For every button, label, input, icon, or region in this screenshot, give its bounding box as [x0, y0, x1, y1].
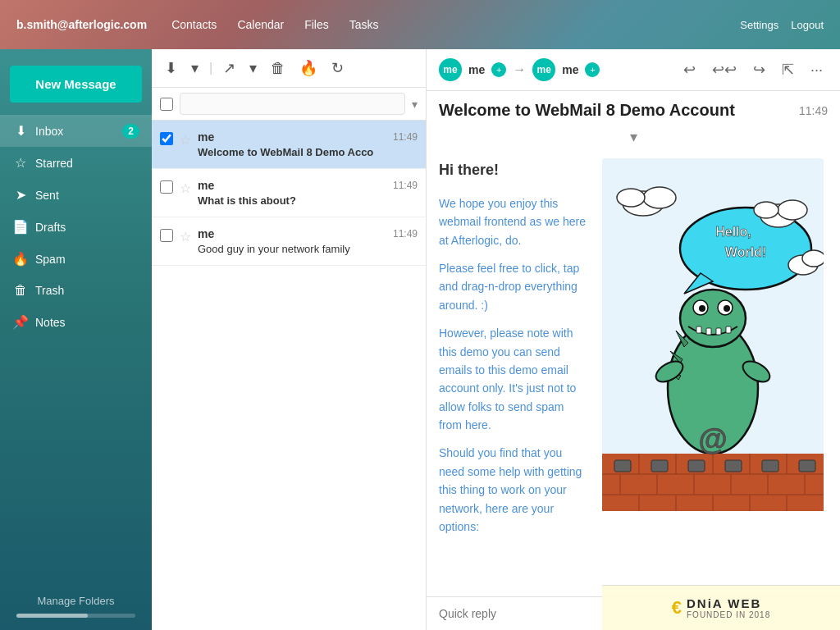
sidebar-item-drafts[interactable]: 📄 Drafts [0, 211, 152, 243]
user-email: b.smith@afterlogic.com [16, 18, 147, 31]
email-from-1: me [198, 130, 214, 144]
expand-button[interactable]: ▾ [427, 124, 840, 150]
email-list-panel: ⬇ ▾ | ↗ ▾ 🗑 🔥 ↻ ▾ [152, 49, 427, 630]
email-para-2: Please feel free to click, tap and drag-… [439, 259, 586, 314]
email-from-2: me [198, 179, 214, 192]
refresh-icon: ↻ [331, 59, 344, 77]
sidebar-label-inbox: Inbox [35, 125, 116, 138]
email-body: Hi there! We hope you enjoy this webmail… [427, 150, 840, 596]
email-time-1: 11:49 [393, 131, 418, 143]
contacts-link[interactable]: Contacts [171, 18, 217, 31]
tasks-link[interactable]: Tasks [349, 18, 379, 31]
sidebar-scrollbar[interactable] [16, 614, 135, 618]
email-content-3: me 11:49 Good guy in your network family [198, 227, 418, 255]
download-button[interactable]: ⬇ [160, 56, 182, 80]
email-para-4: Should you find that you need some help … [439, 444, 586, 536]
manage-folders-link[interactable]: Manage Folders [12, 595, 139, 607]
forward-email-button[interactable]: ↪ [748, 57, 770, 82]
email-star-1[interactable]: ☆ [180, 132, 191, 148]
search-input[interactable] [180, 93, 405, 115]
dropdown-arrow-button[interactable]: ▾ [186, 56, 203, 80]
email-view-header: me me + → me me + ↩ ↩↩ ↪ ⇱ [427, 49, 840, 91]
open-external-button[interactable]: ⇱ [777, 57, 799, 82]
sidebar-item-trash[interactable]: 🗑 Trash [0, 275, 152, 306]
email-from-3: me [198, 227, 214, 240]
notes-icon: 📌 [12, 314, 29, 330]
select-all-checkbox[interactable] [160, 98, 173, 111]
recipient-name: me [562, 63, 578, 76]
delete-button[interactable]: 🗑 [266, 57, 290, 80]
chevron-down-icon: ▾ [191, 59, 199, 77]
files-link[interactable]: Files [304, 18, 329, 31]
forward-dropdown-button[interactable]: ▾ [244, 56, 262, 80]
email-view-subject: Welcome to WebMail 8 Demo Account [439, 101, 735, 120]
email-item-2[interactable]: ☆ me 11:49 What is this about? [152, 169, 426, 217]
email-check-1[interactable] [160, 132, 173, 145]
svg-rect-52 [762, 460, 778, 472]
email-time-3: 11:49 [393, 228, 418, 240]
email-star-3[interactable]: ☆ [180, 229, 191, 244]
logout-link[interactable]: Logout [791, 19, 824, 31]
reply-button[interactable]: ↩ [678, 57, 701, 82]
calendar-link[interactable]: Calendar [237, 18, 284, 31]
drafts-icon: 📄 [12, 219, 29, 235]
email-greeting: Hi there! [439, 158, 586, 182]
spam-button[interactable]: 🔥 [294, 56, 322, 80]
chevron-down-icon-3: ▾ [630, 129, 637, 145]
svg-point-12 [802, 250, 824, 267]
email-from-row-3: me 11:49 [198, 227, 418, 240]
svg-point-7 [617, 189, 645, 207]
download-icon: ⬇ [165, 59, 177, 77]
svg-rect-25 [726, 326, 731, 333]
svg-point-21 [724, 305, 730, 312]
email-body-text: Hi there! We hope you enjoy this webmail… [439, 158, 586, 588]
add-sender-icon[interactable]: + [491, 62, 506, 77]
sidebar-item-spam[interactable]: 🔥 Spam [0, 243, 152, 275]
search-dropdown-button[interactable]: ▾ [412, 98, 418, 111]
sender-avatar: me [439, 58, 462, 81]
svg-text:@: @ [698, 422, 727, 456]
email-check-3[interactable] [160, 229, 173, 242]
sidebar-item-starred[interactable]: ☆ Starred [0, 147, 152, 179]
chevron-down-icon-2: ▾ [249, 59, 257, 77]
sidebar-item-inbox[interactable]: ⬇ Inbox 2 [0, 115, 152, 147]
sidebar-item-notes[interactable]: 📌 Notes [0, 306, 152, 338]
sidebar-label-starred: Starred [35, 157, 139, 170]
watermark-brand: DNiA WEB [687, 596, 761, 610]
add-recipient-icon[interactable]: + [585, 62, 600, 77]
svg-point-20 [699, 305, 705, 312]
sidebar-label-trash: Trash [35, 284, 139, 297]
email-content-1: me 11:49 Welcome to WebMail 8 Demo Acco [198, 130, 418, 158]
email-list-toolbar: ⬇ ▾ | ↗ ▾ 🗑 🔥 ↻ [152, 49, 426, 88]
email-check-2[interactable] [160, 180, 173, 194]
email-item-3[interactable]: ☆ me 11:49 Good guy in your network fami… [152, 217, 426, 266]
inbox-icon: ⬇ [12, 123, 29, 139]
email-star-2[interactable]: ☆ [180, 180, 191, 196]
sidebar-item-sent[interactable]: ➤ Sent [0, 179, 152, 211]
watermark: € DNiA WEB FOUNDED IN 2018 [602, 585, 840, 630]
delete-icon: 🗑 [271, 60, 285, 77]
top-nav: b.smith@afterlogic.com Contacts Calendar… [0, 0, 840, 49]
svg-rect-49 [651, 460, 668, 472]
refresh-button[interactable]: ↻ [326, 56, 349, 80]
watermark-text: DNiA WEB FOUNDED IN 2018 [687, 596, 770, 619]
email-para-3: However, please note with this demo you … [439, 324, 586, 434]
toolbar-divider-1: | [209, 61, 212, 75]
trash-icon: 🗑 [12, 283, 29, 298]
reply-all-icon: ↩↩ [712, 62, 737, 78]
email-item-1[interactable]: ☆ me 11:49 Welcome to WebMail 8 Demo Acc… [152, 121, 426, 169]
forward-button[interactable]: ↗ [218, 56, 240, 80]
sidebar-bottom: Manage Folders [0, 587, 152, 630]
email-content-2: me 11:49 What is this about? [198, 179, 418, 207]
svg-rect-50 [688, 460, 705, 472]
settings-link[interactable]: Settings [740, 19, 778, 31]
svg-rect-48 [614, 460, 631, 472]
spam-fire-icon: 🔥 [299, 59, 317, 77]
external-link-icon: ⇱ [782, 62, 794, 78]
sidebar-label-drafts: Drafts [35, 221, 139, 234]
new-message-button[interactable]: New Message [10, 66, 142, 103]
reply-all-button[interactable]: ↩↩ [707, 57, 742, 82]
email-subject-3: Good guy in your network family [198, 243, 418, 255]
email-from-row-1: me 11:49 [198, 130, 418, 144]
more-options-button[interactable]: ··· [806, 58, 828, 82]
